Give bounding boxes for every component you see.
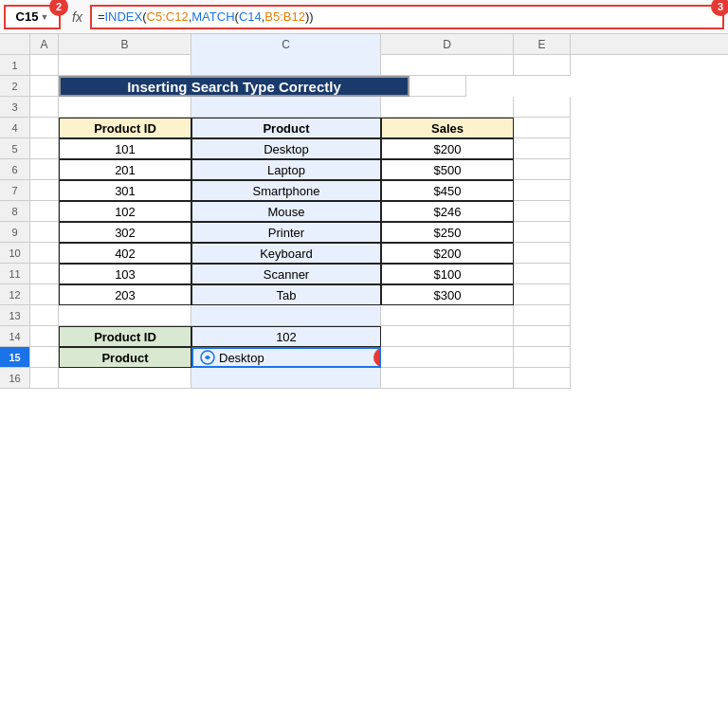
cell-b14-lookup-label[interactable]: Product ID <box>59 326 191 347</box>
cell-a9[interactable] <box>30 222 59 243</box>
cell-c9[interactable]: Printer <box>191 222 381 243</box>
cell-c13[interactable] <box>191 305 381 326</box>
cell-a3[interactable] <box>30 97 59 118</box>
cell-d5[interactable]: $200 <box>381 138 514 159</box>
cell-e2[interactable] <box>410 76 466 97</box>
row-11: 103 Scanner $100 <box>30 264 728 284</box>
row-num-7: 7 <box>0 180 30 201</box>
cell-b8[interactable]: 102 <box>59 201 191 222</box>
cell-e16[interactable] <box>514 368 571 389</box>
cell-d14[interactable] <box>381 326 514 347</box>
cell-c1[interactable] <box>191 55 381 76</box>
cell-a8[interactable] <box>30 201 59 222</box>
cell-c15-lookup-result[interactable]: Desktop 1 <box>191 347 381 368</box>
row-num-16: 16 <box>0 368 30 389</box>
cell-e11[interactable] <box>514 264 571 284</box>
cell-b9[interactable]: 302 <box>59 222 191 243</box>
cell-c14-lookup-value[interactable]: 102 <box>191 326 381 347</box>
cell-d13[interactable] <box>381 305 514 326</box>
cell-d9[interactable]: $250 <box>381 222 514 243</box>
cell-a12[interactable] <box>30 284 59 305</box>
row-6: 201 Laptop $500 <box>30 159 728 180</box>
cell-a6[interactable] <box>30 159 59 180</box>
cell-c11[interactable]: Scanner <box>191 264 381 284</box>
cell-b1[interactable] <box>59 55 191 76</box>
formula-range2: C14 <box>239 9 262 24</box>
cell-e12[interactable] <box>514 284 571 305</box>
cell-d10[interactable]: $200 <box>381 243 514 264</box>
cell-d15[interactable] <box>381 347 514 368</box>
cell-ref-dropdown-icon[interactable]: ▼ <box>40 12 48 22</box>
cell-d16[interactable] <box>381 368 514 389</box>
col-header-e: E <box>514 34 571 55</box>
row-num-2: 2 <box>0 76 30 97</box>
cell-e15[interactable] <box>514 347 571 368</box>
top-bar: C15 2 ▼ fx =INDEX(C5:C12,MATCH(C14,B5:B1… <box>0 0 728 34</box>
spreadsheet-grid: Inserting Search Type Correctly Product … <box>30 55 728 389</box>
cell-c3[interactable] <box>191 97 381 118</box>
cell-b10[interactable]: 402 <box>59 243 191 264</box>
cell-e3[interactable] <box>514 97 571 118</box>
row-num-13: 13 <box>0 305 30 326</box>
cell-a4[interactable] <box>30 118 59 138</box>
row-8: 102 Mouse $246 <box>30 201 728 222</box>
cell-c5[interactable]: Desktop <box>191 138 381 159</box>
cell-e5[interactable] <box>514 138 571 159</box>
cell-a13[interactable] <box>30 305 59 326</box>
cell-b13[interactable] <box>59 305 191 326</box>
cell-e8[interactable] <box>514 201 571 222</box>
cell-b12[interactable]: 203 <box>59 284 191 305</box>
row-14: Product ID 102 <box>30 326 728 347</box>
cell-e4[interactable] <box>514 118 571 138</box>
cell-a7[interactable] <box>30 180 59 201</box>
formula-match: MATCH <box>191 9 234 24</box>
cell-d7[interactable]: $450 <box>381 180 514 201</box>
cell-d8[interactable]: $246 <box>381 201 514 222</box>
cell-c16[interactable] <box>191 368 381 389</box>
cell-e13[interactable] <box>514 305 571 326</box>
cell-d6[interactable]: $500 <box>381 159 514 180</box>
cell-b4-header[interactable]: Product ID <box>59 118 191 138</box>
cell-reference-box[interactable]: C15 2 ▼ <box>4 5 61 29</box>
cell-b11[interactable]: 103 <box>59 264 191 284</box>
cell-c12[interactable]: Tab <box>191 284 381 305</box>
cell-a5[interactable] <box>30 138 59 159</box>
cell-d11[interactable]: $100 <box>381 264 514 284</box>
row-15: Product Desktop 1 <box>30 347 728 368</box>
cell-c8[interactable]: Mouse <box>191 201 381 222</box>
cell-a10[interactable] <box>30 243 59 264</box>
cell-e9[interactable] <box>514 222 571 243</box>
cell-d3[interactable] <box>381 97 514 118</box>
cell-a14[interactable] <box>30 326 59 347</box>
cell-e14[interactable] <box>514 326 571 347</box>
cell-c4-header[interactable]: Product <box>191 118 381 138</box>
cell-e6[interactable] <box>514 159 571 180</box>
cell-c10[interactable]: Keyboard <box>191 243 381 264</box>
cell-c7[interactable]: Smartphone <box>191 180 381 201</box>
cell-a2[interactable] <box>30 76 59 97</box>
cell-d4-header[interactable]: Sales <box>381 118 514 138</box>
cell-b6[interactable]: 201 <box>59 159 191 180</box>
cell-a1[interactable] <box>30 55 59 76</box>
cell-a16[interactable] <box>30 368 59 389</box>
formula-bar[interactable]: =INDEX(C5:C12,MATCH(C14,B5:B12)) 3 <box>90 5 724 29</box>
cell-b16[interactable] <box>59 368 191 389</box>
cell-a11[interactable] <box>30 264 59 284</box>
cell-e7[interactable] <box>514 180 571 201</box>
cell-b3[interactable] <box>59 97 191 118</box>
cell-c6[interactable]: Laptop <box>191 159 381 180</box>
cell-b2-title[interactable]: Inserting Search Type Correctly <box>59 76 410 97</box>
cell-d12[interactable]: $300 <box>381 284 514 305</box>
cell-b15-lookup-label[interactable]: Product <box>59 347 191 368</box>
cell-d1[interactable] <box>381 55 514 76</box>
row-num-5: 5 <box>0 138 30 159</box>
cell-a15[interactable] <box>30 347 59 368</box>
cell-b5[interactable]: 101 <box>59 138 191 159</box>
row-13 <box>30 305 728 326</box>
copilot-icon <box>199 349 216 366</box>
cell-e10[interactable] <box>514 243 571 264</box>
cell-b7[interactable]: 301 <box>59 180 191 201</box>
cell-e1[interactable] <box>514 55 571 76</box>
row-num-11: 11 <box>0 264 30 284</box>
row-num-8: 8 <box>0 201 30 222</box>
